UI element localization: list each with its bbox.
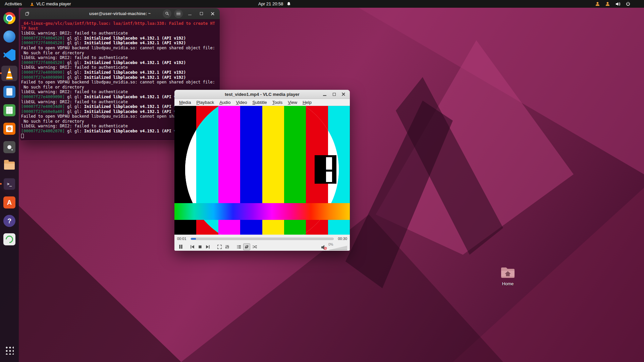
vlc-cone-icon <box>30 2 34 6</box>
seek-slider[interactable] <box>191 238 334 240</box>
loop-button[interactable] <box>243 243 250 250</box>
fullscreen-button[interactable] <box>216 243 223 250</box>
updater-icon <box>3 233 15 245</box>
dock-item-calc[interactable] <box>1 103 17 118</box>
home-folder-shortcut[interactable]: Home <box>498 266 517 286</box>
terminal-line: TP host <box>21 26 219 31</box>
terminal-icon <box>3 178 15 190</box>
rainbow-band <box>174 203 350 220</box>
terminal-line: Failed to open VDPAU backend libvdpau_nv… <box>21 80 219 85</box>
clock: Apr 21 20:58 <box>258 1 283 6</box>
dock-item-thunderbird[interactable] <box>1 29 17 44</box>
menu-playback[interactable]: Playback <box>194 100 217 105</box>
dock-item-updater[interactable] <box>1 232 17 247</box>
dock-item-files[interactable] <box>1 158 17 173</box>
dock-item-vscode[interactable] <box>1 47 17 63</box>
terminal-line: libEGL warning: DRI2: failed to authenti… <box>21 65 219 70</box>
terminal-search-button[interactable] <box>163 9 171 18</box>
hamburger-icon <box>176 12 180 15</box>
terminal-line: Failed to open VDPAU backend libvdpau_nv… <box>21 46 219 51</box>
terminal-line: No such file or directory <box>21 51 219 56</box>
dock-item-help[interactable] <box>1 213 17 229</box>
new-tab-button[interactable] <box>23 9 32 18</box>
test-pattern-block <box>315 155 336 184</box>
top-bar: Activities VLC media player Apr 21 20:58 <box>0 0 644 8</box>
writer-icon <box>3 86 15 98</box>
focused-app-indicator[interactable]: VLC media player <box>26 0 74 8</box>
total-time: 00:30 <box>336 237 347 241</box>
vlc-maximize-button[interactable] <box>330 90 338 98</box>
next-button[interactable] <box>204 243 211 250</box>
equalizer-icon <box>225 244 230 249</box>
terminal-line: [00007f27e4009090] gl gl: Initialized li… <box>21 75 219 80</box>
terminal-line: _64-linux-gnu/vlc/lua/intf/http.luac: lu… <box>21 21 219 26</box>
new-tab-icon <box>25 11 30 16</box>
video-area[interactable] <box>174 106 350 235</box>
terminal-menu-button[interactable] <box>174 9 183 18</box>
terminal-line: libEGL warning: DRI2: failed to authenti… <box>21 55 219 60</box>
menu-video[interactable]: Video <box>233 100 250 105</box>
playlist-button[interactable] <box>235 243 243 250</box>
terminal-close-button[interactable] <box>208 9 217 18</box>
search-icon <box>165 11 169 16</box>
clock-area[interactable]: Apr 21 20:58 <box>258 0 291 8</box>
next-icon <box>205 244 210 249</box>
terminal-cursor <box>21 134 24 138</box>
test-pattern-block-bar <box>326 157 332 170</box>
volume-widget[interactable]: 0% <box>321 243 347 251</box>
terminal-line: libEGL warning: DRI2: failed to authenti… <box>21 31 219 36</box>
extended-settings-button[interactable] <box>224 243 231 250</box>
pause-icon <box>178 244 183 249</box>
dock-item-chrome[interactable] <box>1 10 17 26</box>
activities-button[interactable]: Activities <box>0 0 26 8</box>
menu-help[interactable]: Help <box>300 100 314 105</box>
system-tray[interactable] <box>595 0 631 8</box>
test-pattern-block-bar <box>326 172 332 182</box>
terminal-maximize-button[interactable] <box>197 9 206 18</box>
running-indicator <box>0 183 2 185</box>
pause-button[interactable] <box>177 243 184 250</box>
seek-row: 00:01 00:30 <box>174 235 350 243</box>
controls-row: 0% <box>174 243 350 251</box>
impress-icon <box>3 123 15 135</box>
loop-icon <box>244 244 249 249</box>
random-button[interactable] <box>251 243 258 250</box>
minimize-icon <box>323 95 326 96</box>
dock-item-software[interactable] <box>1 195 17 210</box>
shuffle-icon <box>252 244 257 249</box>
stop-icon <box>198 244 203 249</box>
user-icon <box>595 1 600 6</box>
desktop: Home Activities VLC media player Apr 21 … <box>0 0 644 362</box>
help-icon <box>3 215 15 227</box>
menu-tools[interactable]: Tools <box>270 100 285 105</box>
terminal-line: [00007f27f4004520] gl gl: Initialized li… <box>21 41 219 46</box>
vlc-minimize-button[interactable] <box>321 90 328 98</box>
dock-item-impress[interactable] <box>1 121 17 136</box>
vlc-titlebar[interactable]: test_video1.mp4 - VLC media player <box>174 90 350 99</box>
terminal-line: [00007f27e4009090] gl gl: Initialized li… <box>21 70 219 75</box>
home-folder-label: Home <box>498 281 517 286</box>
menu-audio[interactable]: Audio <box>217 100 233 105</box>
dock-item-vlc[interactable] <box>1 66 17 81</box>
vlc-close-button[interactable] <box>340 90 347 98</box>
close-icon <box>341 92 345 96</box>
app-grid-icon <box>5 346 14 355</box>
terminal-line: No such file or directory <box>21 85 219 90</box>
menu-view[interactable]: View <box>285 100 300 105</box>
menu-subtitle[interactable]: Subtitle <box>250 100 269 105</box>
minimize-icon <box>188 15 192 15</box>
dock-item-terminal[interactable] <box>1 176 17 192</box>
fullscreen-icon <box>217 244 222 249</box>
menu-media[interactable]: Media <box>176 100 194 105</box>
previous-button[interactable] <box>189 243 196 250</box>
mute-icon[interactable] <box>321 245 327 250</box>
terminal-minimize-button[interactable] <box>185 9 194 18</box>
dock-item-writer[interactable] <box>1 84 17 100</box>
stop-button[interactable] <box>197 243 204 250</box>
files-icon <box>4 162 15 170</box>
vlc-window: test_video1.mp4 - VLC media player Media… <box>174 90 350 251</box>
app-grid-button[interactable] <box>1 343 17 358</box>
terminal-titlebar[interactable]: user@user-virtual-machine: ~ <box>20 8 220 19</box>
dock-item-gimp[interactable] <box>1 139 17 155</box>
vlc-menubar: MediaPlaybackAudioVideoSubtitleToolsView… <box>174 99 350 106</box>
